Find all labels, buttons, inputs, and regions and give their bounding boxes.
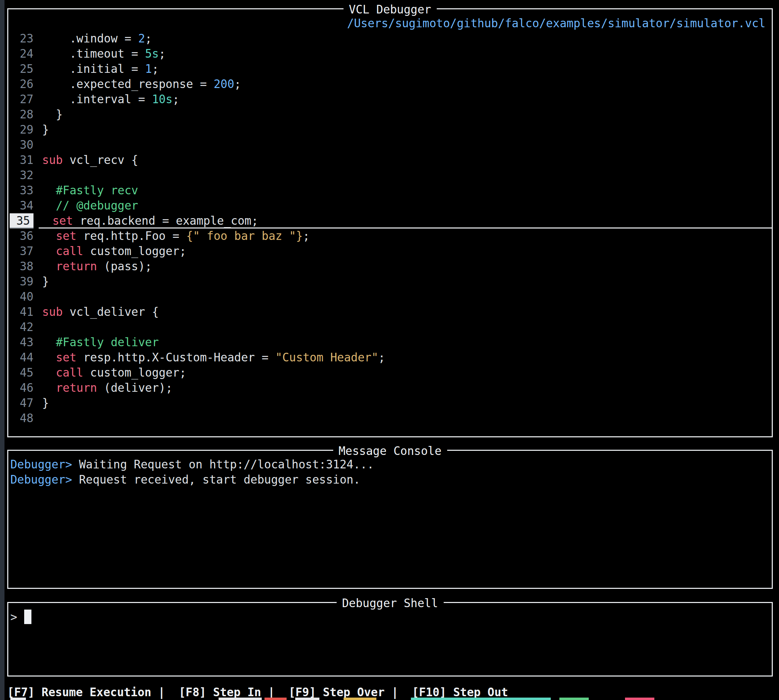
- line-number: 40: [10, 289, 37, 305]
- line-number: 24: [10, 46, 37, 62]
- line-number: 36: [10, 228, 37, 244]
- bottom-strip-segment: [344, 698, 376, 700]
- line-number: 42: [10, 320, 37, 335]
- code-line: 47}: [8, 395, 772, 411]
- code-line: 29}: [8, 122, 772, 137]
- code-viewport[interactable]: /Users/sugimoto/github/falco/examples/si…: [8, 9, 772, 436]
- code-line: 33 #Fastly recv: [8, 183, 772, 198]
- line-number: 44: [10, 350, 37, 365]
- bottom-strip-segment: [295, 698, 319, 700]
- current-line-underline: [159, 305, 772, 320]
- code-line: 43 #Fastly deliver: [8, 335, 772, 350]
- code-line: 46 return (deliver);: [8, 380, 772, 395]
- code-line: 24 .timeout = 5s;: [8, 46, 772, 62]
- code-text: call custom_logger;: [42, 244, 186, 259]
- shell-prompt: >: [10, 610, 17, 624]
- code-text: #Fastly recv: [42, 183, 138, 198]
- current-line-underline: [63, 107, 772, 122]
- vcl-debugger-panel: VCL Debugger /Users/sugimoto/github/falc…: [7, 8, 773, 437]
- code-text: #Fastly deliver: [42, 335, 159, 350]
- code-line: 34 // @debugger: [8, 198, 772, 213]
- code-text: }: [42, 122, 49, 137]
- shell-input[interactable]: >: [8, 603, 772, 675]
- current-line-underline: [152, 259, 772, 274]
- current-line-underline: [241, 77, 772, 92]
- current-line-underline: [138, 198, 772, 213]
- code-text: sub vcl_recv {: [42, 153, 138, 168]
- file-path: /Users/sugimoto/github/falco/examples/si…: [8, 16, 772, 31]
- line-number: 34: [10, 198, 37, 213]
- line-number: 27: [10, 92, 37, 107]
- code-text: }: [42, 395, 49, 411]
- current-line-underline: [179, 92, 772, 107]
- current-line-underline: [42, 320, 772, 335]
- current-line-underline: [310, 228, 772, 244]
- current-line-underline: [159, 335, 772, 350]
- console-message: Debugger> Waiting Request on http://loca…: [10, 457, 772, 472]
- line-number: 31: [10, 153, 37, 168]
- code-text: return (deliver);: [42, 380, 173, 395]
- line-number: 41: [10, 305, 37, 320]
- code-text: // @debugger: [42, 198, 138, 213]
- current-line-underline: [186, 244, 772, 259]
- line-number: 47: [10, 395, 37, 411]
- terminal: { "app": { "title": "VCL Debugger", "fil…: [0, 0, 779, 700]
- code-text: set req.backend = example_com;: [39, 213, 258, 228]
- code-line: 36 set req.http.Foo = {" foo bar baz "};: [8, 228, 772, 244]
- current-line-underline: [152, 31, 772, 46]
- console-log[interactable]: Debugger> Waiting Request on http://loca…: [8, 451, 772, 588]
- current-line-underline: [49, 274, 772, 289]
- code-text: .initial = 1;: [42, 62, 159, 77]
- code-text: }: [42, 274, 49, 289]
- code-line: 38 return (pass);: [8, 259, 772, 274]
- code-text: sub vcl_deliver {: [42, 305, 159, 320]
- line-number: 43: [10, 335, 37, 350]
- code-line: 42: [8, 320, 772, 335]
- code-line: 31sub vcl_recv {: [8, 153, 772, 168]
- code-text: .timeout = 5s;: [42, 46, 166, 62]
- code-line: 37 call custom_logger;: [8, 244, 772, 259]
- line-number: 26: [10, 77, 37, 92]
- code-line: 40: [8, 289, 772, 305]
- code-text: set req.http.Foo = {" foo bar baz "};: [42, 228, 310, 244]
- line-number: 33: [10, 183, 37, 198]
- current-line-underline: [258, 213, 772, 228]
- current-line-underline: [49, 395, 772, 411]
- current-line-underline: [42, 168, 772, 183]
- line-number: 39: [10, 274, 37, 289]
- line-number: 37: [10, 244, 37, 259]
- current-line-underline: [42, 137, 772, 153]
- message-console-panel: Message Console Debugger> Waiting Reques…: [7, 450, 773, 589]
- current-line-underline: [42, 411, 772, 426]
- line-number: 46: [10, 380, 37, 395]
- line-number: 38: [10, 259, 37, 274]
- code-text: set resp.http.X-Custom-Header = "Custom …: [42, 350, 385, 365]
- line-number: 30: [10, 137, 37, 153]
- statusbar-item-f8: [F8] Step In: [179, 685, 261, 699]
- code-text: }: [42, 107, 63, 122]
- bottom-strip-segment: [411, 698, 551, 700]
- code-text: .interval = 10s;: [42, 92, 179, 107]
- code-text: .expected_response = 200;: [42, 77, 241, 92]
- statusbar-item-f10: [F10] Step Out: [412, 685, 508, 699]
- terminal-edge: [0, 0, 5, 700]
- line-number: 45: [10, 365, 37, 380]
- code-line: 25 .initial = 1;: [8, 62, 772, 77]
- line-number: 28: [10, 107, 37, 122]
- bottom-strip-segment: [219, 698, 262, 700]
- console-prompt: Debugger>: [10, 473, 72, 486]
- code-line: 35 set req.backend = example_com;: [8, 213, 772, 228]
- current-line-underline: [138, 153, 772, 168]
- statusbar-item-f7: [F7] Resume Execution: [7, 685, 151, 699]
- code-line: 39}: [8, 274, 772, 289]
- code-line: 32: [8, 168, 772, 183]
- code-text: return (pass);: [42, 259, 152, 274]
- line-number: 32: [10, 168, 37, 183]
- current-line-underline: [138, 183, 772, 198]
- bottom-strip-segment: [559, 698, 589, 700]
- current-line-underline: [166, 46, 772, 62]
- bottom-strip-segment: [265, 698, 287, 700]
- debugger-shell-panel: Debugger Shell >: [7, 602, 773, 677]
- console-message: Debugger> Request received, start debugg…: [10, 472, 772, 487]
- code-line: 23 .window = 2;: [8, 31, 772, 46]
